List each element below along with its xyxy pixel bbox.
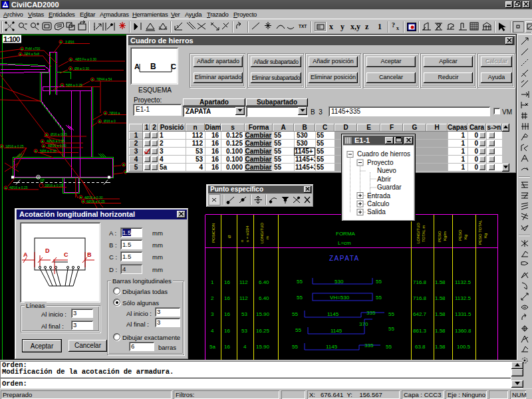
svg-text:55: 55: [295, 327, 301, 333]
svg-text:?: ?: [392, 21, 395, 29]
svg-text:2: 2: [211, 295, 214, 301]
svg-text:55: 55: [297, 295, 303, 301]
svg-text:4Ø16 a 0.25: 4Ø16 a 0.25: [9, 186, 28, 190]
svg-text:1145: 1145: [326, 344, 338, 350]
svg-text:5a: 5a: [209, 344, 215, 350]
svg-text:1: 1: [211, 279, 214, 285]
svg-text:Kg: Kg: [483, 233, 487, 238]
svg-text:6.40: 6.40: [259, 279, 269, 285]
svg-text:55: 55: [388, 326, 394, 332]
svg-text:VH=530: VH=530: [330, 295, 350, 301]
svg-text:370: 370: [359, 321, 368, 327]
svg-text:1.58: 1.58: [435, 295, 446, 301]
svg-text:1.58: 1.58: [435, 279, 446, 285]
svg-text:FORMA: FORMA: [336, 231, 356, 237]
svg-text:x: x: [396, 25, 399, 31]
svg-text:55: 55: [292, 311, 298, 317]
svg-text:PESO: PESO: [458, 229, 462, 241]
svg-text:7Ø16 a: 7Ø16 a: [109, 111, 120, 115]
svg-text:100.5: 100.5: [457, 344, 471, 350]
svg-text:16: 16: [224, 344, 230, 350]
svg-text:Ø16 a 0.25: Ø16 a 0.25: [51, 132, 67, 136]
svg-text:4Ø3 Fe a 0.30: 4Ø3 Fe a 0.30: [75, 57, 96, 61]
svg-text:1.58: 1.58: [435, 328, 446, 334]
svg-text:C: C: [64, 251, 68, 258]
svg-text:55: 55: [297, 279, 303, 285]
svg-text:112: 112: [239, 295, 248, 301]
svg-text:B: B: [150, 62, 156, 71]
svg-text:1:100: 1:100: [3, 35, 20, 43]
svg-text:15.90: 15.90: [256, 344, 270, 350]
svg-text:3 Ø16: 3 Ø16: [65, 40, 74, 44]
svg-text:6.40: 6.40: [259, 295, 269, 301]
svg-text:1132.5: 1132.5: [455, 279, 471, 285]
svg-text:1145: 1145: [331, 328, 342, 334]
svg-text:1Ø16 a 0.25: 1Ø16 a 0.25: [5, 144, 24, 148]
svg-text:55: 55: [376, 279, 382, 285]
svg-text:2Ø16 a 0.25: 2Ø16 a 0.25: [45, 184, 63, 188]
svg-text:L=cm: L=cm: [338, 240, 351, 246]
svg-text:Kg/m: Kg/m: [443, 231, 447, 241]
svg-text:5Ø8 a 0.25: 5Ø8 a 0.25: [66, 83, 82, 87]
svg-text:Ø: Ø: [227, 235, 231, 238]
svg-text:8Ø16 a 0.30: 8Ø16 a 0.30: [48, 144, 66, 148]
svg-text:m: m: [265, 236, 269, 239]
svg-text:53: 53: [241, 328, 247, 334]
svg-text:POSICION: POSICION: [211, 223, 215, 243]
svg-text:55: 55: [376, 295, 382, 301]
svg-text:A: A: [23, 251, 28, 258]
svg-text:530: 530: [334, 279, 344, 285]
svg-text:335: 335: [366, 310, 376, 316]
svg-text:Ø16 a 0: Ø16 a 0: [104, 119, 116, 123]
svg-text:Kg: Kg: [464, 235, 467, 239]
svg-text:4: 4: [243, 344, 247, 350]
svg-text:z: z: [365, 22, 369, 31]
svg-text:3: 3: [211, 311, 214, 317]
svg-text:y: y: [340, 22, 344, 31]
svg-text:4Ø16 a 0.25: 4Ø16 a 0.25: [47, 139, 65, 143]
svg-text:1: 1: [378, 22, 382, 31]
svg-text:16: 16: [224, 311, 230, 317]
svg-text:335: 335: [364, 342, 374, 348]
svg-text:1.58: 1.58: [435, 311, 446, 317]
svg-text:5Ø8 a 0.30: 5Ø8 a 0.30: [40, 149, 57, 153]
svg-text:55: 55: [292, 344, 298, 350]
svg-text:4: 4: [211, 328, 214, 334]
svg-text:n: n: [240, 240, 244, 242]
svg-text:63.8: 63.8: [415, 344, 426, 350]
svg-text:1132.5: 1132.5: [455, 295, 471, 301]
svg-text:PESO: PESO: [438, 231, 442, 242]
svg-text:PESO TOTAL: PESO TOTAL: [478, 219, 482, 245]
svg-text:2Ø: 2Ø: [40, 178, 45, 182]
svg-text:LONGITUD: LONGITUD: [416, 222, 420, 243]
svg-text:6Ø16 a 0.25: 6Ø16 a 0.25: [86, 200, 105, 203]
svg-text:716.8: 716.8: [413, 279, 427, 285]
svg-text:s = s/204: s = s/204: [245, 225, 249, 242]
svg-text:LONGITUD: LONGITUD: [260, 222, 264, 243]
svg-text:TXT: TXT: [299, 24, 307, 29]
svg-text:16: 16: [224, 328, 230, 334]
svg-text:16.25: 16.25: [256, 328, 270, 334]
svg-text:112: 112: [239, 279, 248, 285]
svg-text:Ø8 a 0.30: Ø8 a 0.30: [74, 66, 89, 70]
svg-text:D: D: [45, 247, 50, 254]
svg-text:ZAPATA: ZAPATA: [329, 255, 360, 262]
svg-text:55: 55: [386, 344, 392, 350]
svg-text:1331.5: 1331.5: [455, 311, 471, 317]
svg-text:15.90: 15.90: [256, 311, 270, 317]
svg-text:16: 16: [224, 279, 230, 285]
svg-text:B: B: [87, 251, 92, 258]
svg-text:16: 16: [224, 295, 230, 301]
svg-text:A: A: [134, 63, 140, 70]
svg-text:7Ø4 a 5x8: 7Ø4 a 5x8: [24, 52, 39, 56]
svg-text:1145: 1145: [327, 311, 339, 317]
svg-text:55: 55: [388, 311, 394, 317]
svg-text:7Ø44 a 54: 7Ø44 a 54: [96, 77, 112, 81]
svg-text:642.7: 642.7: [413, 311, 427, 317]
svg-text:53: 53: [241, 311, 247, 317]
svg-text:x: x: [329, 22, 333, 31]
svg-text:PxM x700: PxM x700: [25, 47, 40, 51]
svg-text:TOTAL m: TOTAL m: [422, 225, 426, 242]
svg-text:x,y: x,y: [350, 22, 360, 31]
svg-text:861.3: 861.3: [413, 328, 427, 334]
